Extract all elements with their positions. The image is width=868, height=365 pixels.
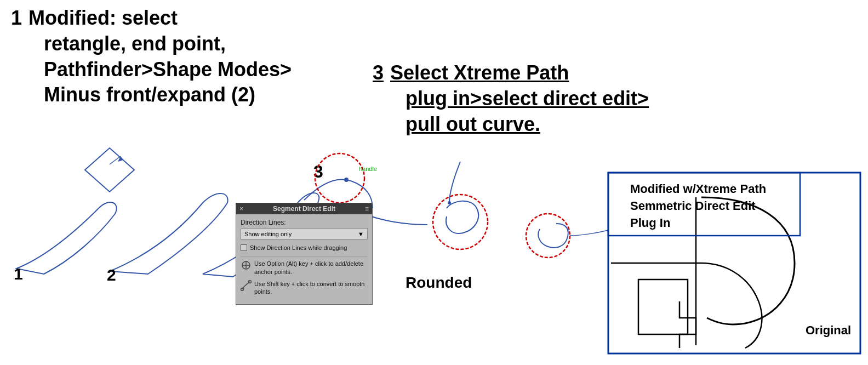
convert-icon [241, 280, 252, 291]
show-direction-checkbox[interactable] [241, 244, 247, 251]
convert-smooth-text: Use Shift key + click to convert to smoo… [254, 280, 368, 296]
dot-1 [344, 178, 349, 182]
convert-smooth-row: Use Shift key + click to convert to smoo… [241, 280, 368, 296]
shape1-diamond [85, 148, 134, 192]
main-container: 1Modified: select retangle, end point, P… [0, 0, 868, 365]
path2-swept [110, 193, 228, 274]
xtreme-sub2: Plug In [630, 216, 670, 230]
label2: 2 [107, 266, 116, 284]
circle-highlight-2 [433, 195, 488, 249]
dropdown-value: Show editing only [244, 231, 292, 237]
show-direction-label: Show Direction Lines while dragging [250, 244, 347, 252]
add-delete-anchor-text: Use Option (Alt) key + click to add/dele… [254, 260, 368, 276]
xtreme-sub1: Semmetric Direct Edit [630, 199, 756, 213]
svg-marker-0 [85, 148, 134, 192]
original-label: Original [806, 323, 851, 338]
dialog-menu-dots[interactable]: ≡ [365, 205, 369, 213]
xtreme-label: Modified w/Xtreme Path Semmetric Direct … [630, 181, 838, 231]
c-curve [538, 224, 568, 248]
handle-label: handle [359, 166, 377, 172]
show-direction-lines-row: Show Direction Lines while dragging [241, 244, 368, 252]
circle-highlight-1 [315, 153, 364, 203]
anchor-icon [241, 260, 252, 271]
svg-marker-2 [118, 156, 123, 162]
path1-swept [16, 202, 117, 274]
segment-direct-edit-dialog[interactable]: × Segment Direct Edit ≡ Direction Lines:… [236, 203, 373, 305]
modified-curve-2 [701, 263, 762, 348]
dialog-body: Direction Lines: Show editing only ▼ Sho… [236, 214, 372, 304]
dropdown-arrow: ▼ [358, 231, 364, 237]
dialog-close-x[interactable]: × [239, 205, 243, 213]
direction-lines-label: Direction Lines: [241, 219, 368, 226]
add-delete-anchor-row: Use Option (Alt) key + click to add/dele… [241, 260, 368, 276]
inner-rect [638, 280, 688, 334]
dialog-divider-1 [241, 256, 368, 256]
rounded-curve [446, 201, 478, 233]
point-marker [448, 201, 451, 204]
direction-lines-dropdown[interactable]: Show editing only ▼ [241, 229, 368, 239]
xtreme-title: Modified w/Xtreme Path [630, 182, 766, 196]
connector-right [570, 230, 608, 236]
rounded-label: Rounded [406, 274, 472, 292]
label1: 1 [14, 265, 23, 283]
dialog-titlebar: × Segment Direct Edit ≡ [236, 203, 372, 214]
dialog-title-text: Segment Direct Edit [273, 205, 335, 213]
circle-highlight-3 [526, 214, 570, 258]
